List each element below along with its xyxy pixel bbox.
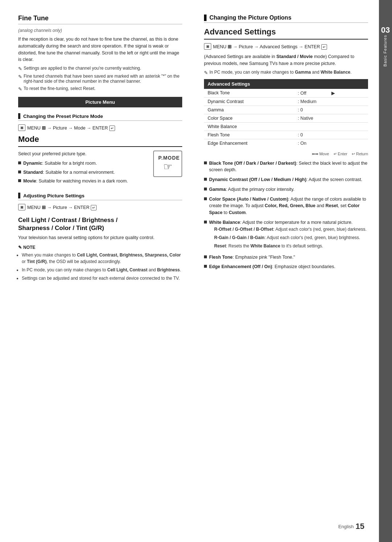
- pmode-container: P.MODE ☞: [153, 151, 182, 177]
- table-cell-label: Black Tone: [204, 89, 294, 98]
- changing-preset-section: Changing the Preset Picture Mode: [18, 113, 182, 121]
- fine-tune-heading: Fine Tune: [18, 15, 182, 24]
- bullet-sq-2: [204, 178, 207, 181]
- right-bullet-white-balance: White Balance: Adjust the color temperat…: [204, 219, 368, 251]
- adv-menu-command: ▣ MENU ⊞ → Picture → Advanced Settings →…: [204, 43, 368, 50]
- adv-menu-text: MENU ⊞ → Picture → Advanced Settings → E…: [213, 44, 327, 49]
- changing-preset-heading: Changing the Preset Picture Mode: [23, 114, 103, 119]
- note-bullet-1: When you make changes to Cell Light, Con…: [22, 252, 182, 265]
- table-row: Black Tone : Off ▶: [204, 89, 368, 98]
- table-cell-label: Edge Enhancement: [204, 139, 294, 147]
- changing-preset-menu-text: MENU ⊞ → Picture → Mode → ENTER ↵: [27, 125, 115, 131]
- section-bar-2: [18, 193, 20, 198]
- advanced-settings-heading: Advanced Settings: [204, 27, 368, 40]
- side-tab-label: Basic Features: [383, 35, 388, 66]
- table-cell-value: : On: [294, 139, 368, 147]
- table-row: White Balance: [204, 122, 368, 131]
- right-bullet-gamma: Gamma: Adjust the primary color intensit…: [204, 186, 368, 193]
- pencil-icon-1: ✎: [18, 66, 22, 71]
- mode-bullet-standard: Standard: Suitable for a normal environm…: [18, 169, 148, 176]
- mode-bullet-movie: Movie: Suitable for watching movies in a…: [18, 178, 148, 185]
- table-cell-value: : 0: [294, 106, 368, 114]
- table-row: Edge Enhancement : On: [204, 139, 368, 147]
- fine-tune-note1: ✎ Settings are applied to the channel yo…: [18, 66, 182, 71]
- changing-picture-section: Changing the Picture Options: [204, 15, 368, 23]
- table-cell-label: Gamma: [204, 106, 294, 114]
- left-column: Fine Tune (analog channels only) If the …: [18, 15, 189, 520]
- mode-heading: Mode: [18, 135, 182, 147]
- content-area: Fine Tune (analog channels only) If the …: [0, 0, 379, 542]
- pmode-box: P.MODE ☞: [153, 151, 182, 177]
- page-footer: English 15: [0, 522, 379, 531]
- side-tab-number: 03: [381, 25, 390, 35]
- table-footer: ⬅➡ Move ↵ Enter ↩ Return: [204, 152, 368, 156]
- fine-tune-note3: ✎ To reset the fine-tuning, select Reset…: [18, 86, 182, 92]
- table-footer-move: ⬅➡ Move: [312, 152, 329, 156]
- table-cell-label: Flesh Tone: [204, 131, 294, 139]
- page-container: Fine Tune (analog channels only) If the …: [0, 0, 392, 542]
- right-bullet-color-space: Color Space (Auto / Native / Custom): Ad…: [204, 196, 368, 216]
- table-row: Dynamic Contrast : Medium: [204, 97, 368, 106]
- note-bullet-2: In PC mode, you can only make changes to…: [22, 267, 182, 273]
- bullet-square-1: [18, 161, 21, 164]
- pencil-icon-note: ✎: [18, 245, 22, 250]
- table-cell-label: Color Space: [204, 114, 294, 122]
- menu-icon-2: ▣: [18, 204, 25, 210]
- cell-light-desc: Your television has several setting opti…: [18, 234, 182, 241]
- fine-tune-body: If the reception is clear, you do not ha…: [18, 36, 182, 63]
- table-row: Gamma : 0: [204, 106, 368, 114]
- white-balance-sub1: R-Offset / G-Offset / B-Offset: Adjust e…: [214, 226, 367, 233]
- bullet-square-3: [18, 179, 21, 182]
- mode-bullet-dynamic: Dynamic: Suitable for a bright room.: [18, 160, 148, 167]
- table-cell-value: : Native: [294, 114, 368, 122]
- adjusting-menu-text: MENU ⊞ → Picture → ENTER ↵: [27, 205, 97, 210]
- advanced-settings-table: Advanced Settings Black Tone : Off ▶ Dyn…: [204, 79, 368, 147]
- white-balance-sub3: Reset: Resets the White Balance to it's …: [214, 243, 367, 249]
- adjusting-heading: Adjusting Picture Settings: [23, 193, 85, 198]
- right-bullet-black-tone: Black Tone (Off / Dark / Darker / Darkes…: [204, 160, 368, 174]
- pmode-label: P.MODE: [158, 155, 180, 161]
- menu-icon-1: ▣: [18, 124, 25, 131]
- table-header: Advanced Settings: [204, 79, 368, 89]
- page-number: 15: [356, 522, 364, 531]
- table-footer-return: ↩ Return: [352, 152, 368, 156]
- pencil-icon-right: ✎: [204, 70, 208, 75]
- table-cell-value: : Off ▶: [294, 89, 368, 98]
- bullet-sq-7: [204, 265, 207, 268]
- bullet-sq-1: [204, 161, 207, 164]
- right-bullet-flesh-tone: Flesh Tone: Emphasize pink "Flesh Tone.": [204, 254, 368, 261]
- note-label: ✎ NOTE: [18, 245, 182, 250]
- bullet-sq-3: [204, 188, 207, 190]
- table-row: Flesh Tone : 0: [204, 131, 368, 139]
- changing-picture-heading: Changing the Picture Options: [209, 15, 291, 21]
- changing-preset-command: ▣ MENU ⊞ → Picture → Mode → ENTER ↵: [18, 124, 182, 131]
- fine-tune-subtitle: (analog channels only): [18, 27, 182, 34]
- adjusting-command: ▣ MENU ⊞ → Picture → ENTER ↵: [18, 204, 182, 210]
- picture-menu-box: Picture Menu: [18, 97, 182, 107]
- table-cell-label: Dynamic Contrast: [204, 97, 294, 106]
- bullet-sq-6: [204, 255, 207, 258]
- note-bullet-3: Settings can be adjusted and stored for …: [22, 275, 182, 282]
- pmode-hand-icon: ☞: [158, 161, 177, 173]
- note-bullets: When you make changes to Cell Light, Con…: [18, 252, 182, 282]
- section-bar: [18, 113, 20, 119]
- right-bullet-edge: Edge Enhancement (Off / On): Emphasize o…: [204, 263, 368, 270]
- table-cell-value: [294, 122, 368, 131]
- table-footer-enter: ↵ Enter: [334, 152, 347, 156]
- bullet-square-2: [18, 171, 21, 173]
- table-row: Color Space : Native: [204, 114, 368, 122]
- table-cell-value: : 0: [294, 131, 368, 139]
- section-bar-right: [204, 15, 207, 21]
- cell-light-heading: Cell Light / Contrast / Brightness /Shar…: [18, 216, 182, 232]
- right-bullet-dynamic-contrast: Dynamic Contrast (Off / Low / Medium / H…: [204, 176, 368, 183]
- pencil-icon-3: ✎: [18, 86, 22, 92]
- adjusting-section: Adjusting Picture Settings: [18, 193, 182, 200]
- adv-note1: (Advanced Settings are available in Stan…: [204, 53, 368, 67]
- bullet-sq-4: [204, 197, 207, 200]
- menu-icon-3: ▣: [204, 43, 211, 50]
- table-cell-label: White Balance: [204, 122, 294, 131]
- pencil-icon-2: ✎: [18, 74, 22, 79]
- note-section: ✎ NOTE When you make changes to Cell Lig…: [18, 245, 182, 282]
- fine-tune-note2: ✎ Fine tuned channels that have been sav…: [18, 74, 182, 84]
- bullet-sq-5: [204, 221, 207, 223]
